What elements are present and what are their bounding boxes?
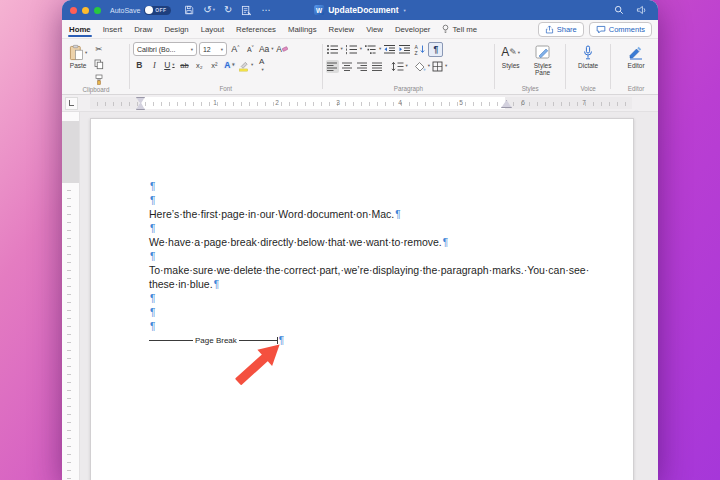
- sort-button[interactable]: AZ: [413, 43, 426, 56]
- tab-layout[interactable]: Layout: [196, 20, 229, 38]
- tab-home[interactable]: Home: [64, 20, 96, 38]
- format-painter-button[interactable]: [92, 73, 105, 86]
- tab-selector[interactable]: [65, 97, 78, 110]
- word-window: AutoSave OFF ↺▾ ↻ ⋯: [62, 0, 658, 480]
- grow-font-button[interactable]: A: [229, 43, 242, 56]
- tab-design[interactable]: Design: [159, 20, 193, 38]
- font-group: Calibri (Bo... 12 A A Aa A B I U ab: [133, 39, 319, 94]
- paste-button[interactable]: ▾ Paste: [66, 42, 90, 70]
- tabrow-right-buttons: Share Comments: [538, 22, 652, 37]
- underline-button[interactable]: U: [163, 59, 176, 72]
- search-button[interactable]: [614, 1, 624, 19]
- line-spacing-button[interactable]: [391, 60, 408, 73]
- numbering-button[interactable]: [345, 43, 362, 56]
- comments-button[interactable]: Comments: [589, 22, 652, 37]
- ruler-number: 5: [459, 99, 463, 106]
- pilcrow-mark: ¶: [150, 223, 155, 234]
- shrink-font-icon: A: [247, 46, 252, 53]
- justify-button[interactable]: [371, 60, 384, 73]
- justify-icon: [371, 62, 383, 72]
- font-size-select[interactable]: 12: [199, 42, 227, 56]
- redo-button[interactable]: ↻: [224, 5, 232, 15]
- minimize-window-button[interactable]: [82, 7, 89, 14]
- text-effects-icon: A: [224, 61, 230, 70]
- subscript-button[interactable]: x₂: [193, 59, 206, 72]
- font-color-button[interactable]: A: [255, 59, 268, 72]
- superscript-button[interactable]: x²: [208, 59, 221, 72]
- save-button[interactable]: [184, 5, 194, 15]
- tab-references[interactable]: References: [231, 20, 281, 38]
- align-left-button[interactable]: [326, 60, 339, 73]
- strikethrough-button[interactable]: ab: [178, 59, 191, 72]
- editor-group-label: Editor: [614, 85, 658, 94]
- tab-review[interactable]: Review: [324, 20, 360, 38]
- pilcrow-mark: ¶: [150, 321, 155, 332]
- title-chevron-icon: ▾: [404, 8, 406, 13]
- numbered-list-icon: [345, 44, 358, 55]
- tab-mailings[interactable]: Mailings: [283, 20, 322, 38]
- borders-icon: [432, 61, 443, 72]
- clipboard-group: ▾ Paste ✂ Clipboard: [66, 39, 126, 94]
- tab-draw[interactable]: Draw: [129, 20, 157, 38]
- comments-label: Comments: [609, 25, 645, 34]
- tab-insert[interactable]: Insert: [98, 20, 128, 38]
- share-button[interactable]: Share: [538, 22, 584, 37]
- show-formatting-marks-toggle[interactable]: ¶: [428, 42, 443, 57]
- multilevel-list-button[interactable]: [364, 43, 381, 56]
- document-page[interactable]: ¶ ¶ Here’s·the·first·page·in·our·Word·do…: [90, 118, 634, 480]
- tab-view[interactable]: View: [361, 20, 388, 38]
- close-window-button[interactable]: [70, 7, 77, 14]
- cut-button[interactable]: ✂: [92, 43, 105, 56]
- underline-icon: U: [164, 61, 170, 70]
- align-center-button[interactable]: [341, 60, 354, 73]
- highlight-button[interactable]: [238, 59, 253, 72]
- shrink-font-button[interactable]: A: [244, 43, 257, 56]
- increase-indent-button[interactable]: [398, 43, 411, 56]
- paragraph-line: ¶: [149, 221, 633, 235]
- copy-button[interactable]: [92, 58, 105, 71]
- pilcrow-mark: ¶: [150, 293, 155, 304]
- bold-button[interactable]: B: [133, 59, 146, 72]
- editor-button[interactable]: Editor: [625, 42, 648, 70]
- feedback-button[interactable]: [636, 1, 647, 19]
- ribbon: ▾ Paste ✂ Clipboard: [62, 39, 658, 95]
- more-commands-button[interactable]: ⋯: [261, 6, 271, 15]
- dictate-button[interactable]: Dictate: [575, 42, 601, 70]
- format-painter-icon: [94, 74, 104, 85]
- document-title-menu[interactable]: W UpdateDocument ▾: [314, 0, 406, 20]
- line-text: Here’s·the·first·page·in·our·Word·docume…: [149, 208, 394, 220]
- text-effects-button[interactable]: A: [223, 59, 236, 72]
- pilcrow-mark: ¶: [443, 237, 448, 248]
- styles-button[interactable]: A✎ ▾ Styles: [498, 42, 523, 70]
- clear-formatting-button[interactable]: A: [276, 43, 289, 56]
- paragraph-line: ¶: [149, 193, 633, 207]
- editor-icon: [628, 43, 644, 62]
- fullscreen-window-button[interactable]: [94, 7, 101, 14]
- dictate-label: Dictate: [578, 62, 598, 69]
- align-right-button[interactable]: [356, 60, 369, 73]
- change-case-button[interactable]: Aa: [259, 43, 274, 56]
- borders-button[interactable]: [432, 60, 447, 73]
- outdent-icon: [383, 44, 396, 55]
- page-break-row[interactable]: Page Break ¶: [149, 333, 633, 347]
- ruler-number: 1: [213, 99, 217, 106]
- save-icon: [184, 5, 194, 15]
- styles-pane-button[interactable]: Styles Pane: [523, 42, 562, 78]
- autosave-toggle[interactable]: OFF: [144, 6, 171, 15]
- decrease-indent-button[interactable]: [383, 43, 396, 56]
- italic-button[interactable]: I: [148, 59, 161, 72]
- shading-button[interactable]: [414, 60, 430, 73]
- pencil-icon: ✎: [509, 47, 517, 57]
- tab-developer[interactable]: Developer: [390, 20, 436, 38]
- document-area[interactable]: ¶ ¶ Here’s·the·first·page·in·our·Word·do…: [62, 112, 658, 480]
- quick-edit-button[interactable]: [241, 5, 252, 16]
- paragraph-line: ¶: [149, 305, 633, 319]
- font-name-select[interactable]: Calibri (Bo...: [133, 42, 197, 56]
- ruler-row: 1 2 3 4 5 6 7: [62, 95, 658, 112]
- italic-icon: I: [153, 61, 156, 70]
- undo-button[interactable]: ↺▾: [203, 5, 215, 15]
- ribbon-tab-row: Home Insert Draw Design Layout Reference…: [62, 20, 658, 39]
- styles-pane-icon: [535, 43, 551, 62]
- bullets-button[interactable]: [326, 43, 343, 56]
- tell-me-button[interactable]: Tell me: [442, 24, 477, 34]
